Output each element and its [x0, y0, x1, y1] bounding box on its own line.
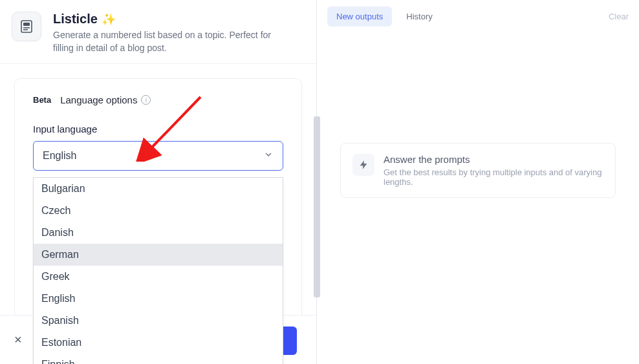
bolt-icon — [352, 154, 374, 176]
right-panel: New outputs History Clear Answer the pro… — [317, 0, 639, 364]
output-tabs: New outputs History Clear — [327, 6, 629, 27]
template-title: Listicle ✨ — [53, 12, 286, 27]
template-header: Listicle ✨ Generate a numbered list base… — [0, 0, 316, 64]
tab-new-outputs[interactable]: New outputs — [327, 6, 392, 27]
svg-rect-0 — [21, 21, 32, 32]
language-option[interactable]: Spanish — [34, 310, 283, 332]
selected-language-value: English — [43, 150, 76, 162]
language-option[interactable]: Bulgarian — [34, 178, 283, 200]
language-option[interactable]: Czech — [34, 200, 283, 222]
language-option[interactable]: German — [34, 244, 283, 266]
empty-state-card: Answer the prompts Get the best results … — [340, 143, 616, 198]
resize-handle[interactable] — [314, 116, 320, 297]
language-dropdown[interactable]: BulgarianCzechDanishGermanGreekEnglishSp… — [33, 177, 283, 364]
language-option[interactable]: Finnish — [34, 354, 283, 364]
info-icon[interactable]: i — [141, 95, 151, 105]
language-option[interactable]: Greek — [34, 266, 283, 288]
language-options-label: Language options i — [60, 94, 151, 105]
left-panel: Listicle ✨ Generate a numbered list base… — [0, 0, 317, 364]
language-option[interactable]: Danish — [34, 222, 283, 244]
language-option[interactable]: Estonian — [34, 332, 283, 354]
clear-button[interactable]: Clear — [609, 12, 629, 21]
input-language-select[interactable]: English — [33, 141, 283, 171]
empty-state-title: Answer the prompts — [384, 154, 603, 165]
form-card: Beta Language options i Input language E… — [14, 78, 302, 350]
sparkle-icon: ✨ — [102, 12, 116, 27]
template-description: Generate a numbered list based on a topi… — [53, 29, 286, 54]
empty-state-subtitle: Get the best results by trying multiple … — [384, 167, 603, 187]
language-option[interactable]: English — [34, 288, 283, 310]
close-button[interactable]: × — [14, 332, 22, 347]
chevron-down-icon — [263, 149, 274, 162]
listicle-icon — [12, 12, 41, 41]
input-language-label: Input language — [33, 123, 283, 134]
svg-rect-1 — [23, 23, 30, 26]
beta-badge: Beta — [33, 95, 51, 105]
tab-history[interactable]: History — [397, 6, 441, 27]
